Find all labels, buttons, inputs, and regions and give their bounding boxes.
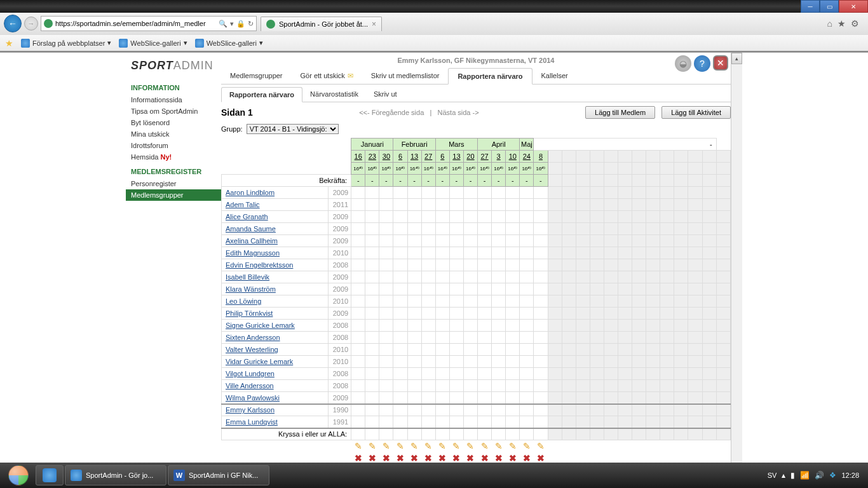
attendance-cell[interactable] [351, 199, 365, 211]
sub-tab[interactable]: Skriv ut [366, 87, 405, 102]
member-link[interactable]: Emmy Karlsson [226, 406, 275, 414]
scroll-up-button[interactable]: ▴ [731, 53, 742, 64]
attendance-cell[interactable] [520, 199, 534, 211]
attendance-cell[interactable] [379, 416, 393, 428]
attendance-cell[interactable] [449, 332, 463, 344]
attendance-cell[interactable] [478, 283, 492, 295]
attendance-cell[interactable] [506, 404, 520, 416]
attendance-cell[interactable] [492, 271, 506, 283]
vertical-scrollbar[interactable]: ▴ [731, 53, 742, 463]
attendance-cell[interactable] [478, 247, 492, 259]
attendance-cell[interactable] [463, 404, 477, 416]
attendance-cell[interactable] [478, 235, 492, 247]
attendance-cell[interactable] [379, 308, 393, 320]
attendance-cell[interactable] [478, 404, 492, 416]
check-all-cell[interactable] [379, 428, 393, 440]
confirm-cell[interactable]: - [506, 175, 520, 187]
attendance-cell[interactable] [435, 356, 449, 368]
attendance-cell[interactable] [478, 211, 492, 223]
attendance-cell[interactable] [449, 295, 463, 308]
attendance-cell[interactable] [492, 380, 506, 392]
attendance-cell[interactable] [478, 223, 492, 235]
attendance-cell[interactable] [379, 356, 393, 368]
attendance-cell[interactable] [534, 416, 548, 428]
attendance-cell[interactable] [407, 368, 421, 380]
attendance-cell[interactable] [365, 320, 379, 332]
check-all-cell[interactable] [435, 428, 449, 440]
attendance-cell[interactable] [421, 259, 435, 271]
attendance-cell[interactable] [365, 283, 379, 295]
attendance-cell[interactable] [421, 283, 435, 295]
confirm-cell[interactable]: - [449, 175, 463, 187]
attendance-cell[interactable] [421, 392, 435, 404]
member-link[interactable]: Philip Törnkvist [226, 309, 273, 317]
attendance-cell[interactable] [379, 247, 393, 259]
attendance-cell[interactable] [351, 356, 365, 368]
attendance-cell[interactable] [393, 199, 407, 211]
attendance-cell[interactable] [365, 392, 379, 404]
attendance-cell[interactable] [449, 416, 463, 428]
attendance-cell[interactable] [421, 211, 435, 223]
member-link[interactable]: Emma Lundqvist [226, 418, 278, 426]
attendance-cell[interactable] [379, 332, 393, 344]
edit-icon[interactable]: ✎ [466, 441, 474, 451]
attendance-cell[interactable] [421, 295, 435, 308]
attendance-cell[interactable] [407, 380, 421, 392]
edit-icon[interactable]: ✎ [481, 441, 489, 451]
attendance-cell[interactable] [520, 320, 534, 332]
attendance-cell[interactable] [435, 320, 449, 332]
attendance-cell[interactable] [379, 199, 393, 211]
attendance-cell[interactable] [449, 368, 463, 380]
attendance-cell[interactable] [534, 223, 548, 235]
search-icon[interactable]: 🔍 [219, 20, 227, 28]
attendance-cell[interactable] [393, 271, 407, 283]
attendance-cell[interactable] [463, 199, 477, 211]
check-all-cell[interactable] [506, 428, 520, 440]
attendance-cell[interactable] [449, 211, 463, 223]
tab-close-icon[interactable]: × [372, 20, 376, 29]
attendance-cell[interactable] [351, 211, 365, 223]
attendance-cell[interactable] [478, 271, 492, 283]
member-link[interactable]: Valter Westerling [226, 346, 278, 353]
attendance-cell[interactable] [449, 199, 463, 211]
attendance-cell[interactable] [492, 259, 506, 271]
attendance-cell[interactable] [463, 356, 477, 368]
attendance-cell[interactable] [506, 392, 520, 404]
check-all-cell[interactable] [407, 428, 421, 440]
attendance-cell[interactable] [534, 259, 548, 271]
attendance-cell[interactable] [393, 235, 407, 247]
attendance-cell[interactable] [492, 247, 506, 259]
attendance-cell[interactable] [407, 320, 421, 332]
attendance-cell[interactable] [478, 320, 492, 332]
edit-icon[interactable]: ✎ [355, 441, 362, 451]
attendance-cell[interactable] [379, 187, 393, 199]
attendance-cell[interactable] [421, 404, 435, 416]
attendance-cell[interactable] [478, 392, 492, 404]
attendance-cell[interactable] [379, 223, 393, 235]
attendance-cell[interactable] [435, 187, 449, 199]
attendance-cell[interactable] [351, 320, 365, 332]
attendance-cell[interactable] [492, 416, 506, 428]
check-all-cell[interactable] [492, 428, 506, 440]
attendance-cell[interactable] [478, 332, 492, 344]
delete-icon[interactable]: ✖ [509, 453, 517, 463]
attendance-cell[interactable] [520, 308, 534, 320]
attendance-cell[interactable] [449, 308, 463, 320]
day-header[interactable]: 6 [435, 151, 449, 163]
attendance-cell[interactable] [379, 392, 393, 404]
attendance-cell[interactable] [351, 380, 365, 392]
prev-page-link[interactable]: <<- Föregående sida [359, 109, 424, 116]
attendance-cell[interactable] [351, 392, 365, 404]
attendance-cell[interactable] [407, 332, 421, 344]
attendance-cell[interactable] [393, 356, 407, 368]
attendance-cell[interactable] [492, 308, 506, 320]
confirm-cell[interactable]: - [351, 175, 365, 187]
attendance-cell[interactable] [520, 259, 534, 271]
tools-icon[interactable]: ⚙ [851, 18, 859, 29]
attendance-cell[interactable] [506, 235, 520, 247]
attendance-cell[interactable] [520, 283, 534, 295]
attendance-cell[interactable] [534, 380, 548, 392]
attendance-cell[interactable] [520, 356, 534, 368]
edit-icon[interactable]: ✎ [424, 441, 432, 451]
attendance-cell[interactable] [449, 380, 463, 392]
